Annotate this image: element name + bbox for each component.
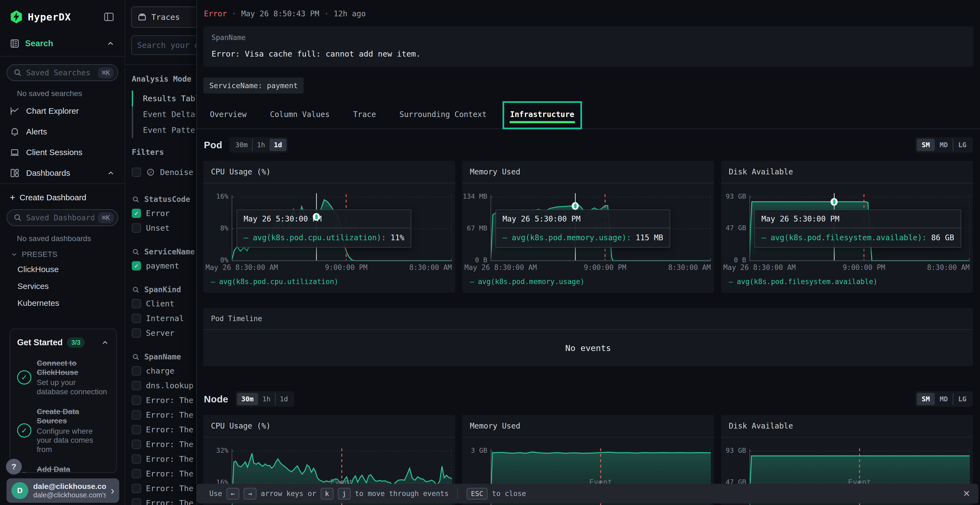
- y-tick-label: 32%: [204, 447, 228, 454]
- step-title: Connect to ClickHouse: [37, 359, 78, 376]
- filter-checkbox[interactable]: [132, 440, 141, 449]
- filter-option-label: payment: [146, 261, 179, 270]
- chart-title: CPU Usage (%): [204, 415, 455, 438]
- sidebar-search-label: Search: [25, 39, 53, 48]
- y-axis-labels: 134 MB67 MB0 B: [462, 183, 487, 275]
- chevron-down-icon: [10, 251, 18, 258]
- chevron-up-icon[interactable]: [101, 338, 109, 347]
- sidebar-item-chart-explorer[interactable]: Chart Explorer: [6, 101, 118, 121]
- source-select-value: Traces: [151, 13, 180, 22]
- tooltip-series: avg(k8s.pod.filesystem.available): [771, 233, 922, 242]
- y-tick-label: 93 GB: [721, 193, 746, 200]
- pod-timeline-empty-state: No events: [204, 330, 973, 366]
- tab-column-values[interactable]: Column Values: [270, 103, 330, 127]
- pod-timeline-card: Pod Timeline No events: [204, 308, 973, 366]
- event-timestamp: May 26 8:50:43 PM: [241, 9, 319, 18]
- filter-checkbox[interactable]: [132, 469, 141, 478]
- filter-checkbox[interactable]: [132, 410, 141, 419]
- filter-checkbox[interactable]: [132, 223, 141, 233]
- node-size-lg[interactable]: LG: [953, 393, 971, 405]
- filter-checkbox[interactable]: [132, 395, 141, 405]
- node-size-sm[interactable]: SM: [917, 393, 935, 405]
- filter-checkbox[interactable]: [132, 381, 141, 390]
- y-tick-label: 0%: [204, 256, 228, 264]
- chart-plot-area[interactable]: 134 MB67 MB0 B May 26 8:30:00 AM9:00:00 …: [462, 183, 714, 275]
- pod-range-30m[interactable]: 30m: [231, 139, 252, 151]
- footer-move-text: to move through events: [355, 489, 449, 498]
- saved-dashboards-input[interactable]: Saved Dashboards ⌘K: [6, 209, 118, 226]
- pod-cpu-chart-card: CPU Usage (%) 16%8%0% May 26 8:30:00 AM9…: [204, 161, 455, 293]
- pod-timeline-title: Pod Timeline: [204, 308, 973, 330]
- series-dash-icon: —: [503, 233, 507, 242]
- service-name-chip[interactable]: ServiceName: payment: [204, 78, 304, 94]
- chart-title: Memory Used: [462, 415, 714, 438]
- filter-checkbox[interactable]: [132, 366, 141, 375]
- filter-checkbox[interactable]: [132, 425, 141, 434]
- pod-size-lg[interactable]: LG: [953, 139, 971, 151]
- chart-plot-area[interactable]: 93 GB47 GB0 B May 26 8:30:00 AM9:00:00 P…: [721, 183, 973, 275]
- get-started-step-connect[interactable]: ✓ Connect to ClickHouse Set up your data…: [17, 359, 109, 396]
- filter-checkbox[interactable]: [132, 314, 141, 323]
- filter-checkbox[interactable]: ✓: [132, 261, 141, 270]
- get-started-step-add-data[interactable]: ✓ Add Data Start sending logs, metrics, …: [17, 465, 109, 473]
- sidebar-item-dashboards[interactable]: Dashboards: [6, 163, 118, 183]
- search-icon: [13, 213, 22, 222]
- series-dash-icon: —: [761, 233, 766, 242]
- filter-checkbox[interactable]: [132, 329, 141, 338]
- sidebar-item-client-sessions[interactable]: Client Sessions: [6, 142, 118, 163]
- pod-range-1h[interactable]: 1h: [252, 139, 269, 151]
- get-started-step-sources[interactable]: ✓ Create Data Sources Configure where yo…: [17, 407, 109, 454]
- sidebar-item-alerts[interactable]: Alerts: [6, 121, 118, 142]
- chart-plot-area[interactable]: 16%8%0% May 26 8:30:00 AM9:00:00 PM8:30:…: [204, 183, 455, 275]
- filter-group-name: SpanName: [144, 353, 181, 361]
- tab-overview[interactable]: Overview: [210, 103, 247, 127]
- denoise-checkbox[interactable]: [132, 168, 141, 177]
- filter-checkbox[interactable]: [132, 299, 141, 308]
- chart-legend: —avg(k8s.pod.filesystem.available): [721, 275, 973, 293]
- brand-logo[interactable]: HyperDX: [9, 10, 71, 24]
- tooltip-value: 11%: [390, 233, 404, 242]
- node-range-1h[interactable]: 1h: [258, 393, 275, 405]
- saved-searches-input[interactable]: Saved Searches ⌘K: [6, 64, 118, 81]
- node-range-1d[interactable]: 1d: [275, 393, 293, 405]
- sidebar-preset-clickhouse[interactable]: ClickHouse: [6, 261, 118, 278]
- sidebar-preset-services[interactable]: Services: [6, 278, 118, 295]
- sidebar-item-search[interactable]: Search: [0, 24, 125, 56]
- tab-surrounding-context[interactable]: Surrounding Context: [399, 103, 487, 127]
- filter-checkbox[interactable]: [132, 454, 141, 464]
- footer-or-text: arrow keys or: [261, 489, 316, 498]
- pod-size-md[interactable]: MD: [935, 139, 953, 151]
- tab-trace[interactable]: Trace: [353, 103, 376, 127]
- filter-checkbox[interactable]: [132, 484, 141, 493]
- tooltip-time: May 26 5:30:00 PM: [496, 210, 670, 228]
- trace-detail-panel: Error · May 26 8:50:43 PM · 12h ago Span…: [196, 0, 980, 505]
- create-dashboard-button[interactable]: + Create Dashboard: [6, 185, 118, 209]
- chart-tooltip: May 26 5:30:00 PM — avg(k8s.pod.memory.u…: [495, 210, 670, 248]
- filter-checkbox[interactable]: ✓: [132, 209, 141, 218]
- footer-close-text: to close: [492, 489, 526, 498]
- x-tick-label: 8:30:00 AM: [668, 264, 711, 272]
- dashboards-grid-icon: [9, 168, 20, 178]
- filter-option-label: dns.lookup: [146, 381, 194, 390]
- node-size-md[interactable]: MD: [935, 393, 953, 405]
- search-icon: [132, 286, 140, 294]
- collapse-sidebar-icon[interactable]: [103, 11, 115, 23]
- filter-checkbox[interactable]: [132, 499, 141, 505]
- user-menu[interactable]: D dale@clickhouse.com dale@clickhouse.co…: [6, 478, 119, 503]
- help-button[interactable]: ?: [6, 459, 22, 475]
- pod-range-1d[interactable]: 1d: [269, 139, 286, 151]
- tab-infrastructure[interactable]: Infrastructure: [510, 103, 574, 127]
- bell-icon: [9, 126, 20, 137]
- presets-toggle[interactable]: PRESETS: [6, 246, 118, 261]
- pod-section-header: Pod 30m 1h 1d SM MD LG: [197, 129, 980, 152]
- sidebar-preset-kubernetes[interactable]: Kubernetes: [6, 295, 118, 311]
- node-range-30m[interactable]: 30m: [237, 393, 258, 405]
- x-tick-label: 8:30:00 AM: [409, 264, 452, 272]
- close-icon[interactable]: ✕: [963, 488, 970, 499]
- pod-size-sm[interactable]: SM: [917, 139, 935, 151]
- y-tick-label: 8%: [204, 224, 228, 232]
- filter-option-label: Unset: [146, 223, 170, 233]
- y-axis-labels: 16%8%0%: [204, 183, 228, 275]
- y-tick-label: 0 B: [462, 256, 487, 264]
- search-list-icon: [9, 38, 20, 49]
